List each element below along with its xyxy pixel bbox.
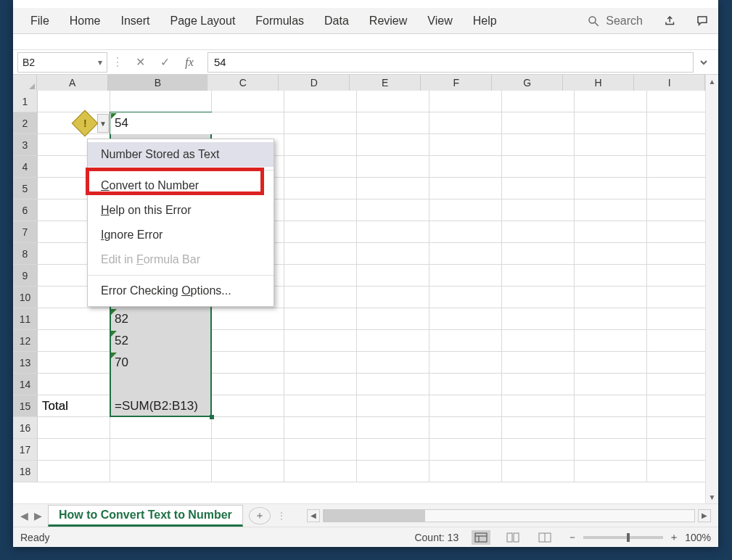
cell-I5[interactable] <box>647 178 705 199</box>
cell-D8[interactable] <box>284 243 357 265</box>
row-header-6[interactable]: 6 <box>13 199 38 221</box>
cell-C18[interactable] <box>212 461 284 482</box>
row-header-5[interactable]: 5 <box>13 178 38 199</box>
cell-A18[interactable] <box>38 461 110 482</box>
cell-I14[interactable] <box>647 374 705 395</box>
error-smart-tag[interactable]: !▼ <box>75 114 109 133</box>
cell-I6[interactable] <box>647 199 705 221</box>
cell-H1[interactable] <box>575 91 647 112</box>
cell-H17[interactable] <box>575 439 647 461</box>
cell-B16[interactable] <box>110 417 212 439</box>
name-box[interactable]: B2 ▾ <box>17 52 107 73</box>
cell-A16[interactable] <box>38 417 110 439</box>
cell-E10[interactable] <box>357 287 429 308</box>
cell-D14[interactable] <box>284 374 357 395</box>
column-header-F[interactable]: F <box>421 75 492 91</box>
tab-page-layout[interactable]: Page Layout <box>163 10 242 32</box>
cell-H12[interactable] <box>575 330 647 352</box>
tab-file[interactable]: File <box>23 10 57 32</box>
row-header-1[interactable]: 1 <box>13 91 38 112</box>
cell-B14[interactable] <box>110 374 212 395</box>
cell-D9[interactable] <box>284 265 357 287</box>
cell-I2[interactable] <box>647 112 705 134</box>
cell-H7[interactable] <box>575 221 647 243</box>
row-header-2[interactable]: 2 <box>13 112 38 134</box>
cell-G7[interactable] <box>502 221 575 243</box>
cell-I8[interactable] <box>647 243 705 265</box>
row-header-14[interactable]: 14 <box>13 374 38 395</box>
cell-E8[interactable] <box>357 243 429 265</box>
tab-help[interactable]: Help <box>466 10 504 32</box>
cell-H4[interactable] <box>575 156 647 178</box>
cell-I9[interactable] <box>647 265 705 287</box>
cell-I16[interactable] <box>647 417 705 439</box>
cell-E2[interactable] <box>357 112 429 134</box>
cell-C13[interactable] <box>212 352 284 374</box>
cell-I4[interactable] <box>647 156 705 178</box>
zoom-level[interactable]: 100% <box>685 532 711 543</box>
column-header-C[interactable]: C <box>207 75 279 91</box>
column-header-I[interactable]: I <box>634 75 705 91</box>
cell-B17[interactable] <box>110 439 212 461</box>
cell-C14[interactable] <box>212 374 284 395</box>
cells-grid[interactable]: ABCDEFGHI12543456789101182125213701415To… <box>13 75 705 503</box>
cell-D5[interactable] <box>284 178 357 199</box>
cell-G4[interactable] <box>502 156 575 178</box>
name-box-dropdown-icon[interactable]: ▾ <box>98 57 102 67</box>
cell-G10[interactable] <box>502 287 575 308</box>
cell-E12[interactable] <box>357 330 429 352</box>
cell-D16[interactable] <box>284 417 357 439</box>
cell-H6[interactable] <box>575 199 647 221</box>
cell-F12[interactable] <box>429 330 502 352</box>
cell-H5[interactable] <box>575 178 647 199</box>
column-header-A[interactable]: A <box>37 75 108 91</box>
cell-I1[interactable] <box>647 91 705 112</box>
column-header-E[interactable]: E <box>350 75 421 91</box>
cell-F7[interactable] <box>429 221 502 243</box>
cell-A17[interactable] <box>38 439 110 461</box>
cell-H8[interactable] <box>575 243 647 265</box>
formula-input[interactable]: 54 <box>207 52 694 73</box>
row-header-16[interactable]: 16 <box>13 417 38 439</box>
cell-G14[interactable] <box>502 374 575 395</box>
view-page-layout-button[interactable] <box>503 530 522 545</box>
cell-I7[interactable] <box>647 221 705 243</box>
row-header-3[interactable]: 3 <box>13 134 38 156</box>
cell-C1[interactable] <box>212 91 284 112</box>
cell-I13[interactable] <box>647 352 705 374</box>
cell-G6[interactable] <box>502 199 575 221</box>
scroll-down-icon[interactable]: ▼ <box>706 490 718 503</box>
tab-home[interactable]: Home <box>62 10 108 32</box>
row-header-10[interactable]: 10 <box>13 287 38 308</box>
hscroll-left-icon[interactable]: ◀ <box>307 509 320 522</box>
cell-E15[interactable] <box>357 395 429 417</box>
ctx-item-5[interactable]: Error Checking Options... <box>88 279 274 303</box>
zoom-control[interactable]: － ＋ 100% <box>567 531 711 544</box>
cell-E13[interactable] <box>357 352 429 374</box>
vscroll-track[interactable] <box>706 88 718 490</box>
cell-I18[interactable] <box>647 461 705 482</box>
tab-formulas[interactable]: Formulas <box>248 10 311 32</box>
cell-F17[interactable] <box>429 439 502 461</box>
column-header-D[interactable]: D <box>279 75 350 91</box>
cell-A1[interactable] <box>38 91 110 112</box>
cell-G13[interactable] <box>502 352 575 374</box>
row-header-13[interactable]: 13 <box>13 352 38 374</box>
column-header-B[interactable]: B <box>108 75 207 91</box>
cell-G15[interactable] <box>502 395 575 417</box>
cell-E7[interactable] <box>357 221 429 243</box>
cell-E11[interactable] <box>357 308 429 330</box>
cell-F13[interactable] <box>429 352 502 374</box>
cell-G11[interactable] <box>502 308 575 330</box>
cell-H10[interactable] <box>575 287 647 308</box>
cell-F9[interactable] <box>429 265 502 287</box>
cell-G8[interactable] <box>502 243 575 265</box>
cell-I17[interactable] <box>647 439 705 461</box>
cell-F5[interactable] <box>429 178 502 199</box>
row-header-7[interactable]: 7 <box>13 221 38 243</box>
column-header-H[interactable]: H <box>563 75 634 91</box>
cell-H2[interactable] <box>575 112 647 134</box>
cell-D4[interactable] <box>284 156 357 178</box>
cell-H18[interactable] <box>575 461 647 482</box>
cell-E16[interactable] <box>357 417 429 439</box>
